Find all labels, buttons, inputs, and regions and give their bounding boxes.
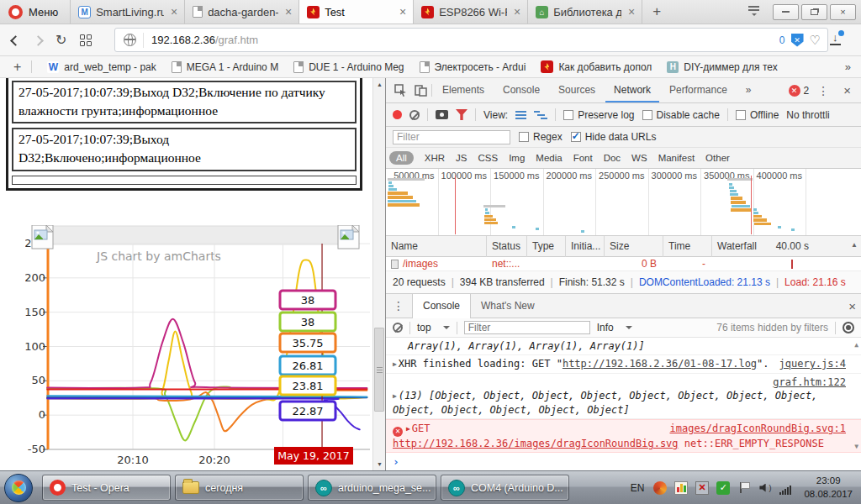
- devtools-tabs-more-chevron[interactable]: »: [737, 78, 760, 102]
- checkbox-icon[interactable]: [642, 110, 652, 120]
- type-filter-manifest[interactable]: Manifest: [658, 153, 695, 163]
- console-scroll-down-arrow[interactable]: ▼: [854, 443, 858, 450]
- filter-funnel-icon[interactable]: [456, 109, 467, 120]
- source-link[interactable]: jquery.js:4: [779, 357, 846, 370]
- tray-network-disconnected-icon[interactable]: [695, 481, 709, 495]
- failed-url-link[interactable]: http://192.168.2.36/images/dragIconRound…: [393, 438, 679, 449]
- source-link[interactable]: graf.htm:122: [773, 376, 846, 388]
- tab-close-icon[interactable]: ×: [398, 5, 408, 18]
- tray-update-icon[interactable]: ✓: [716, 481, 730, 495]
- bookmark-heart-icon[interactable]: ♡: [810, 33, 821, 48]
- taskbar-button-arduino-ide[interactable]: ∞ arduino_mega_se...: [308, 475, 436, 501]
- console-settings-gear-icon[interactable]: [843, 322, 854, 333]
- scroll-down-arrow[interactable]: ▼: [373, 458, 386, 470]
- tray-signal-icon[interactable]: [779, 481, 793, 495]
- tab-biblioteka[interactable]: ⌂ Библиотека для A ×: [528, 0, 642, 24]
- tab-esp8266[interactable]: ESP8266 Wi-Fi - A ×: [414, 0, 528, 24]
- devtools-tab-sources[interactable]: Sources: [550, 78, 604, 102]
- minimize-button[interactable]: [773, 4, 799, 20]
- expand-triangle-icon[interactable]: ▶: [393, 392, 397, 400]
- console-prompt-chevron[interactable]: ›: [386, 453, 861, 470]
- regex-checkbox[interactable]: Regex: [519, 131, 563, 143]
- checkbox-icon[interactable]: [571, 132, 581, 142]
- tab-close-icon[interactable]: ×: [512, 5, 522, 18]
- speed-dial-button[interactable]: [80, 34, 92, 46]
- bookmark-ard-web-temp[interactable]: W ard_web_temp - pak: [47, 61, 156, 73]
- downloads-icon[interactable]: ↓: [829, 33, 843, 46]
- bookmark-diy-dimmer[interactable]: H DIY-диммер для тех: [667, 61, 777, 73]
- url-field[interactable]: 192.168.2.36 /graf.htm 0 ✕ ♡: [114, 28, 828, 52]
- tab-dacha-garden[interactable]: dacha-garden-da ×: [185, 0, 299, 24]
- tray-action-center-flag-icon[interactable]: [737, 481, 751, 495]
- type-filter-img[interactable]: Img: [509, 153, 525, 163]
- devtools-menu-icon[interactable]: ⋮: [811, 84, 837, 97]
- reload-button[interactable]: ↻: [55, 32, 66, 48]
- amcharts-line-chart[interactable]: JS chart by amCharts250200150100500-5020…: [25, 225, 372, 469]
- checkbox-icon[interactable]: [563, 110, 573, 120]
- type-filter-font[interactable]: Font: [573, 153, 593, 163]
- opera-menu-button[interactable]: Меню: [0, 0, 71, 24]
- tab-close-icon[interactable]: ×: [626, 5, 637, 18]
- expand-triangle-icon[interactable]: ▶: [393, 360, 397, 368]
- clear-console-icon[interactable]: [393, 323, 403, 333]
- type-filter-css[interactable]: CSS: [478, 153, 498, 163]
- preserve-log-checkbox[interactable]: Preserve log: [563, 109, 634, 121]
- devtools-close-icon[interactable]: ×: [838, 83, 856, 97]
- timeline-view-icon[interactable]: [534, 110, 547, 120]
- type-filter-ws[interactable]: WS: [631, 153, 647, 163]
- add-bookmark-button[interactable]: +: [13, 60, 21, 75]
- devtools-tab-network[interactable]: Network: [605, 78, 659, 102]
- scroll-up-arrow[interactable]: ▲: [373, 78, 386, 91]
- tab-menu-icon[interactable]: [738, 0, 769, 24]
- taskbar-button-com4[interactable]: ∞ COM4 (Arduino D...: [441, 475, 569, 501]
- error-source-link[interactable]: images/dragIconRoundBig.svg:1: [669, 422, 846, 435]
- checkbox-icon[interactable]: [519, 132, 529, 142]
- network-filter-input[interactable]: [393, 130, 510, 144]
- start-button[interactable]: [4, 474, 33, 502]
- console-drawer-tab-whats-new[interactable]: What's New: [471, 300, 545, 312]
- column-size[interactable]: Size: [605, 236, 663, 257]
- tray-chart-icon[interactable]: [674, 481, 688, 495]
- hide-data-urls-checkbox[interactable]: Hide data URLs: [571, 131, 657, 143]
- screenshot-camera-icon[interactable]: [436, 110, 448, 119]
- offline-checkbox[interactable]: Offline: [736, 109, 779, 121]
- column-name[interactable]: Name: [386, 236, 487, 257]
- tab-close-icon[interactable]: ×: [169, 5, 179, 18]
- forward-button[interactable]: [34, 32, 42, 49]
- column-status[interactable]: Status: [487, 236, 527, 257]
- type-filter-other[interactable]: Other: [705, 153, 730, 163]
- close-button[interactable]: ×: [830, 4, 856, 20]
- inspect-element-icon[interactable]: [391, 81, 409, 100]
- column-initiator[interactable]: Initia...: [566, 236, 605, 257]
- console-drawer-tab-console[interactable]: Console: [412, 294, 471, 318]
- bookmark-due1[interactable]: DUE 1 - Arduino Meg: [293, 61, 404, 73]
- back-button[interactable]: [12, 32, 19, 49]
- drawer-close-icon[interactable]: ×: [843, 299, 861, 313]
- tray-app-icon[interactable]: [653, 481, 667, 495]
- large-rows-icon[interactable]: [515, 111, 526, 119]
- tab-test-active[interactable]: Test ×: [299, 0, 414, 24]
- devtools-tab-console[interactable]: Console: [494, 78, 548, 102]
- tab-smartliving[interactable]: M SmartLiving.ru - Г ×: [71, 0, 185, 24]
- bookmarks-overflow-chevron[interactable]: »: [845, 60, 851, 73]
- bookmark-kak-dobavit[interactable]: Как добавить допол: [541, 60, 652, 73]
- context-selector[interactable]: top: [417, 322, 450, 333]
- table-scroll-up-arrow[interactable]: ▲: [851, 241, 858, 249]
- page-scrollbar[interactable]: ▲ ▼: [372, 78, 385, 470]
- drawer-menu-icon[interactable]: ⋮: [386, 299, 412, 312]
- taskbar-button-folder[interactable]: сегодня: [175, 475, 304, 501]
- adblock-shield-icon[interactable]: ✕: [791, 34, 804, 47]
- error-badge[interactable]: ✕ 2: [789, 85, 810, 97]
- bookmark-electroset[interactable]: Электросеть - Ardui: [420, 61, 526, 73]
- maximize-button[interactable]: [801, 4, 827, 20]
- network-request-row[interactable]: /images net::... 0 B -: [386, 257, 861, 271]
- bookmark-mega1[interactable]: MEGA 1 - Arduino M: [172, 61, 278, 73]
- type-filter-media[interactable]: Media: [536, 153, 562, 163]
- expand-triangle-icon[interactable]: ▶: [406, 425, 410, 433]
- console-filter-input[interactable]: [464, 321, 590, 334]
- type-filter-doc[interactable]: Doc: [604, 153, 621, 163]
- record-button[interactable]: [393, 110, 402, 119]
- scrollbar-thumb[interactable]: [374, 328, 384, 412]
- devtools-tab-performance[interactable]: Performance: [661, 78, 736, 102]
- log-level-selector[interactable]: Info: [597, 322, 632, 333]
